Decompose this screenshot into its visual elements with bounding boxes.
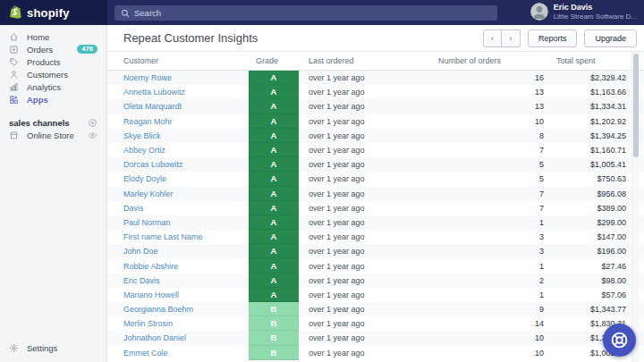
total-spent-cell: $98.00 bbox=[544, 274, 626, 288]
customer-cell: Robbie Abshire bbox=[107, 258, 249, 273]
shopify-bag-icon bbox=[9, 5, 22, 20]
scrollbar-thumb[interactable] bbox=[633, 54, 639, 157]
customer-link[interactable]: Oleta Marquardt bbox=[123, 102, 182, 111]
sidebar-item-settings[interactable]: Settings bbox=[0, 341, 106, 354]
customer-cell: Paul Norman bbox=[107, 215, 249, 230]
avatar bbox=[530, 3, 548, 21]
gear-icon bbox=[9, 343, 19, 353]
view-store-eye-icon[interactable] bbox=[88, 130, 97, 140]
customer-cell: Mariano Howell bbox=[107, 288, 249, 302]
customer-cell: Annetta Lubowitz bbox=[107, 85, 249, 99]
grade-cell: A bbox=[249, 99, 299, 114]
table-row: Oleta MarquardtAover 1 year ago13$1,334.… bbox=[107, 99, 644, 114]
customer-cell: Merlin Strosin bbox=[107, 316, 249, 331]
table-row: First name Last NameAover 1 year ago3$14… bbox=[107, 230, 644, 244]
customer-cell: Davis bbox=[107, 201, 249, 215]
number-of-orders-cell: 10 bbox=[410, 114, 544, 129]
number-of-orders-cell: 10 bbox=[410, 346, 544, 360]
grade-cell: A bbox=[249, 230, 299, 244]
sidebar-item-orders[interactable]: Orders 476 bbox=[0, 43, 106, 55]
customer-link[interactable]: Paul Norman bbox=[123, 218, 171, 227]
sidebar-item-home[interactable]: Home bbox=[0, 30, 106, 43]
customer-link[interactable]: Georgianna Boehm bbox=[123, 305, 193, 314]
home-icon bbox=[9, 32, 19, 42]
grade-cell: A bbox=[249, 258, 299, 273]
customer-link[interactable]: Noemy Rowe bbox=[123, 73, 172, 82]
customer-link[interactable]: Annetta Lubowitz bbox=[123, 88, 185, 97]
sidebar-item-analytics[interactable]: Analytics bbox=[0, 80, 106, 93]
sidebar-item-customers[interactable]: Customers bbox=[0, 68, 106, 80]
table-row: Skye BlickAover 1 year ago8$1,394.25 bbox=[107, 129, 644, 143]
sidebar-item-online-store[interactable]: Online Store bbox=[0, 129, 106, 141]
customer-link[interactable]: Davis bbox=[123, 204, 144, 213]
table-row: Reagan MohrAover 1 year ago10$1,202.92 bbox=[107, 114, 644, 129]
last-ordered-cell: over 1 year ago bbox=[299, 258, 410, 273]
customer-cell: Reagan Mohr bbox=[107, 114, 249, 129]
customer-link[interactable]: Reagan Mohr bbox=[123, 117, 173, 126]
number-of-orders-cell: 8 bbox=[410, 129, 544, 143]
customer-link[interactable]: John Doe bbox=[123, 247, 158, 256]
last-ordered-cell: over 1 year ago bbox=[299, 274, 410, 288]
add-channel-icon[interactable] bbox=[88, 118, 97, 128]
total-spent-cell: $196.00 bbox=[544, 244, 626, 258]
table-row: Georgianna BoehmBover 1 year ago9$1,343.… bbox=[107, 302, 644, 316]
vertical-scrollbar[interactable] bbox=[631, 52, 639, 362]
last-ordered-cell: over 1 year ago bbox=[299, 143, 410, 157]
customer-cell: Marley Kohler bbox=[107, 187, 249, 201]
total-spent-cell: $1,343.77 bbox=[544, 302, 626, 316]
customer-link[interactable]: Merlin Strosin bbox=[123, 319, 173, 328]
top-bar: shopify Search Eric Davis Little Stream … bbox=[0, 0, 644, 25]
reports-button[interactable]: Reports bbox=[528, 29, 578, 47]
number-of-orders-cell: 2 bbox=[410, 274, 544, 288]
column-header-customer[interactable]: Customer bbox=[107, 56, 249, 65]
column-header-last-ordered[interactable]: Last ordered bbox=[299, 56, 410, 65]
customer-link[interactable]: Eric Davis bbox=[123, 276, 160, 285]
table-row: Paul NormanAover 1 year ago1$299.00 bbox=[107, 215, 644, 230]
orders-icon bbox=[9, 45, 19, 55]
last-ordered-cell: over 1 year ago bbox=[299, 331, 410, 345]
shopify-logo[interactable]: shopify bbox=[0, 0, 107, 25]
sidebar: Home Orders 476 Products Customers Analy… bbox=[0, 25, 107, 362]
table-row: Eric DavisAover 1 year ago2$98.00 bbox=[107, 274, 644, 288]
app-main: Repeat Customer Insights ‹ › Reports Upg… bbox=[107, 25, 644, 362]
customer-link[interactable]: Mariano Howell bbox=[123, 290, 179, 299]
upgrade-button[interactable]: Upgrade bbox=[584, 29, 637, 47]
column-header-grade[interactable]: Grade bbox=[249, 56, 299, 65]
grade-cell: A bbox=[249, 129, 299, 143]
customers-icon bbox=[9, 70, 19, 80]
sidebar-item-products[interactable]: Products bbox=[0, 55, 106, 68]
sidebar-item-apps[interactable]: Apps bbox=[0, 93, 106, 105]
number-of-orders-cell: 5 bbox=[410, 157, 544, 172]
last-ordered-cell: over 1 year ago bbox=[299, 346, 410, 360]
total-spent-cell: $27.46 bbox=[544, 258, 626, 273]
last-ordered-cell: over 1 year ago bbox=[299, 71, 410, 85]
prev-button[interactable]: ‹ bbox=[483, 29, 502, 47]
customer-link[interactable]: Dorcas Lubowitz bbox=[123, 160, 183, 169]
customer-link[interactable]: Johnathon Daniel bbox=[123, 333, 186, 342]
column-header-number-of-orders[interactable]: Number of orders bbox=[410, 56, 544, 65]
app-header: Repeat Customer Insights ‹ › Reports Upg… bbox=[107, 25, 644, 52]
customer-link[interactable]: Robbie Abshire bbox=[123, 262, 178, 271]
column-header-total-spent[interactable]: Total spent bbox=[544, 56, 626, 65]
customer-link[interactable]: Marley Kohler bbox=[123, 189, 174, 198]
page-title: Repeat Customer Insights bbox=[123, 31, 258, 45]
grade-cell: A bbox=[249, 288, 299, 302]
customer-cell: Emmet Cole bbox=[107, 346, 249, 360]
grade-cell: B bbox=[249, 346, 299, 360]
search-placeholder: Search bbox=[134, 8, 161, 18]
user-menu[interactable]: Eric Davis Little Stream Software D... bbox=[530, 3, 637, 21]
table-row: Dorcas LubowitzAover 1 year ago5$1,005.4… bbox=[107, 157, 644, 172]
customer-link[interactable]: First name Last Name bbox=[123, 232, 203, 241]
customer-cell: John Doe bbox=[107, 244, 249, 258]
last-ordered-cell: over 1 year ago bbox=[299, 172, 410, 186]
grade-cell: A bbox=[249, 71, 299, 85]
next-button[interactable]: › bbox=[502, 29, 521, 47]
customer-link[interactable]: Skye Blick bbox=[123, 131, 161, 140]
total-spent-cell: $389.00 bbox=[544, 201, 626, 215]
customer-link[interactable]: Abbey Ortiz bbox=[123, 146, 165, 155]
customer-link[interactable]: Emmet Cole bbox=[123, 349, 168, 358]
customer-cell: Dorcas Lubowitz bbox=[107, 157, 249, 172]
search-input[interactable]: Search bbox=[114, 5, 497, 21]
help-fab-button[interactable] bbox=[603, 324, 636, 357]
customer-link[interactable]: Elody Doyle bbox=[123, 174, 166, 183]
